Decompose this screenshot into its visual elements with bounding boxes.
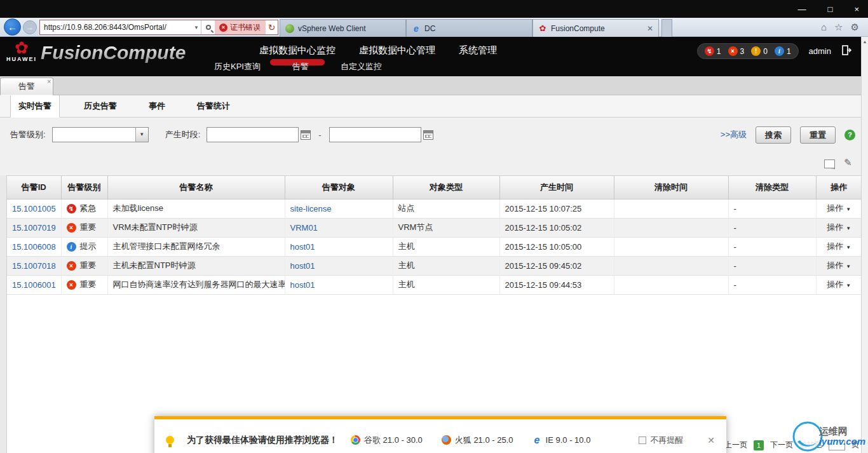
alarm-object-link[interactable]: host01 bbox=[290, 242, 315, 252]
severity-major-icon: × bbox=[728, 46, 738, 56]
alarm-badge-major[interactable]: ×3 bbox=[728, 46, 745, 56]
column-header[interactable]: 对象类型 bbox=[393, 176, 499, 199]
alarm-tabs: 实时告警历史告警事件告警统计 bbox=[0, 95, 868, 118]
alarm-id-link[interactable]: 15.1006008 bbox=[12, 242, 56, 252]
column-header[interactable]: 告警名称 bbox=[107, 176, 285, 199]
column-header[interactable]: 清除类型 bbox=[728, 176, 816, 199]
column-header[interactable]: 清除时间 bbox=[614, 176, 728, 199]
column-header[interactable]: 产生时间 bbox=[499, 176, 614, 199]
main-nav-item[interactable]: 虚拟数据中心管理 bbox=[359, 44, 435, 60]
row-action-menu[interactable]: 操作▼ bbox=[816, 199, 862, 218]
certificate-error-indicator[interactable]: × 证书错误 bbox=[215, 20, 265, 34]
prev-page-button[interactable]: 上一页 bbox=[724, 440, 747, 450]
vertical-scrollbar[interactable]: ▲ bbox=[861, 37, 868, 453]
main-nav-item[interactable]: 虚拟数据中心监控 bbox=[259, 44, 336, 60]
huawei-logo: ✿ HUAWEI bbox=[6, 39, 37, 62]
doc-tab-close-icon[interactable]: × bbox=[47, 78, 51, 85]
back-button[interactable]: ← bbox=[4, 18, 21, 36]
row-action-menu[interactable]: 操作▼ bbox=[816, 218, 862, 237]
main-nav-item[interactable]: 系统管理 bbox=[459, 44, 497, 60]
favorites-star-icon[interactable]: ☆ bbox=[834, 22, 843, 33]
column-header[interactable]: 操作 bbox=[816, 176, 862, 199]
alarm-id-link[interactable]: 15.1006001 bbox=[12, 280, 56, 290]
current-page-button[interactable]: 1 bbox=[754, 440, 764, 450]
dismiss-checkbox[interactable] bbox=[639, 436, 646, 444]
alarm-badge-info[interactable]: i1 bbox=[775, 46, 791, 56]
alarm-level-select[interactable]: ▼ bbox=[52, 127, 149, 142]
alarm-id-link[interactable]: 15.1007019 bbox=[12, 223, 56, 233]
close-icon[interactable]: × bbox=[854, 4, 859, 14]
table-row: 15.1001005 ↯紧急 未加载license site-license 站… bbox=[7, 199, 862, 218]
new-tab-button[interactable] bbox=[661, 19, 672, 37]
alarm-table-panel: 告警ID告警级别告警名称告警对象对象类型产生时间清除时间清除类型操作 15.10… bbox=[6, 175, 862, 453]
browser-tab[interactable]: ✿ FusionCompute ✕ bbox=[532, 19, 659, 37]
export-table-icon[interactable] bbox=[824, 159, 835, 168]
alarm-badge-critical[interactable]: ↯1 bbox=[705, 46, 721, 56]
url-text[interactable]: https://10.9.68.206:8443/OmsPortal/ bbox=[40, 23, 192, 32]
row-action-menu[interactable]: 操作▼ bbox=[816, 275, 862, 294]
row-action-menu[interactable]: 操作▼ bbox=[816, 237, 862, 256]
maximize-icon[interactable]: □ bbox=[828, 4, 833, 14]
search-button[interactable]: 搜索 bbox=[756, 126, 791, 144]
severity-info-icon: i bbox=[67, 242, 76, 252]
minimize-icon[interactable]: — bbox=[798, 4, 806, 14]
row-action-menu[interactable]: 操作▼ bbox=[816, 256, 862, 275]
table-row: 15.1006001 ×重要 网口自协商速率没有达到服务器网口的最大速率 hos… bbox=[7, 275, 862, 294]
column-header[interactable]: 告警ID bbox=[7, 176, 61, 199]
logout-icon[interactable] bbox=[841, 44, 853, 58]
scroll-up-icon[interactable]: ▲ bbox=[862, 37, 868, 44]
alarm-id-link[interactable]: 15.1001005 bbox=[12, 204, 56, 213]
table-row: 15.1007019 ×重要 VRM未配置NTP时钟源 VRM01 VRM节点 … bbox=[7, 218, 862, 237]
tab-item[interactable]: 事件 bbox=[141, 95, 173, 117]
severity-critical-icon: ↯ bbox=[67, 204, 76, 213]
badge-count: 1 bbox=[787, 47, 791, 56]
alarm-badge-minor[interactable]: !0 bbox=[751, 46, 768, 56]
document-tabstrip: 告警 × bbox=[0, 76, 868, 95]
severity-major-icon: × bbox=[67, 280, 76, 290]
alarm-object-link[interactable]: VRM01 bbox=[290, 223, 318, 233]
alarm-object-link[interactable]: host01 bbox=[290, 280, 315, 290]
sub-nav-item[interactable]: 自定义监控 bbox=[341, 61, 382, 72]
chevron-down-icon: ▼ bbox=[846, 245, 851, 250]
alarm-object-link[interactable]: site-license bbox=[290, 204, 332, 213]
next-page-button[interactable]: 下一页 bbox=[770, 440, 793, 450]
calendar-icon[interactable] bbox=[301, 130, 311, 140]
main-nav: 虚拟数据中心监控虚拟数据中心管理系统管理 bbox=[259, 44, 497, 60]
column-header[interactable]: 告警对象 bbox=[285, 176, 393, 199]
alarm-counters[interactable]: ↯1×3!0i1 bbox=[697, 43, 799, 59]
home-icon[interactable]: ⌂ bbox=[821, 22, 827, 33]
calendar-icon[interactable] bbox=[423, 130, 433, 140]
alarm-id-link[interactable]: 15.1007018 bbox=[12, 261, 56, 271]
tab-item[interactable]: 告警统计 bbox=[189, 95, 238, 117]
customize-columns-icon[interactable] bbox=[844, 159, 854, 169]
forward-button[interactable]: → bbox=[23, 20, 37, 34]
table-header-row: 告警ID告警级别告警名称告警对象对象类型产生时间清除时间清除类型操作 bbox=[7, 176, 862, 199]
fusion-tab-icon: ✿ bbox=[538, 24, 547, 33]
chevron-down-icon: ▼ bbox=[846, 283, 851, 288]
column-header[interactable]: 告警级别 bbox=[61, 176, 107, 199]
reset-button[interactable]: 重置 bbox=[800, 126, 836, 144]
address-dropdown-icon[interactable]: ▼ bbox=[192, 25, 201, 30]
doc-tab-alarm[interactable]: 告警 bbox=[0, 78, 53, 95]
advanced-link[interactable]: >>高级 bbox=[721, 129, 747, 140]
refresh-icon[interactable]: ↻ bbox=[265, 20, 278, 34]
browser-tab[interactable]: e DC bbox=[406, 19, 532, 37]
tab-close-icon[interactable]: ✕ bbox=[647, 24, 653, 33]
tab-active[interactable]: 实时告警 bbox=[10, 95, 60, 118]
severity-label: 提示 bbox=[80, 241, 97, 252]
settings-gear-icon[interactable]: ⚙ bbox=[851, 22, 859, 33]
browser-tab[interactable]: vSphere Web Client bbox=[280, 19, 406, 37]
alarm-object-link[interactable]: host01 bbox=[290, 261, 315, 271]
recommended-browsers: 谷歌 21.0 - 30.0 火狐 21.0 - 25.0 e IE 9.0 -… bbox=[351, 435, 590, 446]
search-icon[interactable] bbox=[201, 20, 215, 34]
sub-nav-item[interactable]: 历史KPI查询 bbox=[214, 61, 261, 72]
chevron-down-icon: ▼ bbox=[135, 128, 148, 142]
notice-close-icon[interactable]: ✕ bbox=[707, 435, 715, 445]
address-bar[interactable]: https://10.9.68.206:8443/OmsPortal/ ▼ × … bbox=[39, 20, 278, 35]
tab-item[interactable]: 历史告警 bbox=[76, 95, 125, 117]
help-icon[interactable]: ? bbox=[844, 130, 855, 140]
period-start-input[interactable] bbox=[207, 127, 299, 142]
period-end-input[interactable] bbox=[329, 127, 421, 142]
recommended-browser: e IE 9.0 - 10.0 bbox=[532, 435, 591, 446]
sub-nav-item[interactable]: 告警 bbox=[292, 61, 309, 72]
